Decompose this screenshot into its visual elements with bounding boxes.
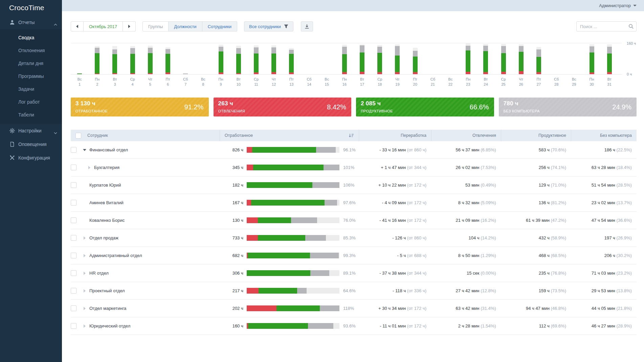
productive-percent: (81.2%) [551,200,566,205]
overtime-value: - 33 ч 16 мин [379,147,406,152]
sidebar-section-settings[interactable]: Настройки [0,124,62,137]
row-name[interactable]: Коваленко Борис [89,218,125,223]
table-row: Отдел продаж 733 ч 85.3% - 126 ч (от 860… [71,229,637,247]
row-name[interactable]: Курпатов Юрий [89,183,121,188]
no-computer-percent: (21.8%) [616,306,632,311]
sidebar-item-day-details[interactable]: Детали дня [0,57,62,70]
app-logo: CrocoTime [0,0,62,16]
no-computer-percent: (30.2%) [616,253,632,258]
chart-day-29: Вс29 [565,43,583,86]
arrow-right-icon [128,25,130,28]
expand-arrow-icon[interactable] [84,307,86,310]
topbar: Администратор [62,0,644,11]
download-button[interactable] [301,21,313,31]
row-name[interactable]: Юридический отдел [89,323,130,328]
sidebar-item-deviations[interactable]: Отклонения [0,44,62,57]
tab-employees[interactable]: Сотрудники [202,21,237,31]
productive-value: 112 ч [539,323,550,328]
distractions-percent: (5.09%) [481,200,496,205]
sidebar-section-reports[interactable]: Отчеты [0,16,62,29]
row-checkbox[interactable] [71,200,76,206]
sort-icon[interactable] [349,133,354,138]
sidebar-item-work-log[interactable]: Лог работ [0,95,62,108]
row-checkbox[interactable] [71,235,76,241]
overtime-norm: (от 172 ч) [407,183,426,188]
worked-hours: 182 ч [220,183,243,188]
row-checkbox[interactable] [71,147,76,153]
user-menu[interactable]: Администратор [599,3,637,8]
expand-arrow-icon[interactable] [88,166,90,169]
sidebar-item-tasks[interactable]: Задачи [0,83,62,95]
chart-day-1: Вс1 [71,43,88,86]
row-name[interactable]: Отдел маркетинга [89,306,126,311]
row-name[interactable]: Административный отдел [89,253,142,258]
period-label[interactable]: Октябрь 2017 [84,21,123,31]
productive-value: 256 ч [539,165,550,170]
no-computer-value: 51 ч 54 мин [592,183,615,188]
sidebar-item-alerts[interactable]: Оповещения [0,137,62,151]
row-name[interactable]: HR отдел [89,271,109,276]
expand-arrow-icon[interactable] [84,236,86,240]
row-checkbox[interactable] [71,182,76,188]
no-computer-percent: (28.9%) [616,323,632,328]
worked-hours: 130 ч [220,218,243,223]
row-checkbox[interactable] [71,217,76,223]
tab-groups[interactable]: Группы [142,21,169,31]
productive-percent: (74.1%) [551,165,566,170]
chart-day-21: Сб21 [424,43,442,86]
chart-day-10: Вт10 [230,43,247,86]
chart-day-6: Пт6 [159,43,177,86]
gear-icon [9,128,15,133]
worked-hours: 160 ч [220,323,243,328]
worked-percent: 106% [343,183,359,188]
productive-percent: (71.0%) [551,183,566,188]
worked-progress-bar [247,235,339,241]
row-checkbox[interactable] [71,253,76,258]
distractions-percent: (31.4%) [481,306,496,311]
row-name[interactable]: Бухгалтерия [94,165,119,170]
table-row: Юридический отдел 160 ч 93.6% - 11 ч 01 … [71,317,637,335]
search-box [576,21,637,31]
sidebar-item-programs[interactable]: Программы [0,70,62,83]
worked-percent: 76.0% [343,218,359,223]
row-name[interactable]: Проектный отдел [89,288,125,293]
select-all-checkbox[interactable] [75,133,81,139]
sidebar-item-timesheets[interactable]: Табели [0,108,62,121]
collapse-arrow-icon[interactable] [83,149,86,151]
kpi-percent: 24.9% [612,103,631,111]
row-name[interactable]: Аминев Виталий [89,200,124,205]
no-computer-value: 47 ч 54 мин [592,218,615,223]
row-name[interactable]: Финансовый отдел [89,147,128,152]
chart-day-27: Пт27 [530,43,548,86]
tab-positions[interactable]: Должности [169,21,202,31]
row-checkbox[interactable] [71,165,76,170]
sidebar-section-label: Настройки [18,128,54,133]
overtime-value: - 11 ч 01 мин [380,323,406,328]
expand-arrow-icon[interactable] [84,254,86,257]
sidebar-item-config[interactable]: Конфигурация [0,151,62,165]
overtime-value: + 30 ч 34 мин [378,306,406,311]
arrow-left-icon [76,25,78,28]
row-checkbox[interactable] [71,323,76,329]
search-input[interactable] [576,21,637,31]
row-checkbox[interactable] [71,305,76,311]
search-icon[interactable] [628,24,634,29]
table-row: Коваленко Борис 130 ч 76.0% - 41 ч 16 ми… [71,212,637,229]
kpi-card-worked: 3 130 ч ОТРАБОТАННОЕ 91.2% [71,98,209,116]
next-month-button[interactable] [123,21,136,31]
sidebar-item-summary[interactable]: Сводка [0,31,62,44]
expand-arrow-icon[interactable] [84,324,86,328]
row-checkbox[interactable] [71,288,76,294]
expand-arrow-icon[interactable] [84,272,86,275]
productive-value: 583 ч [539,147,550,152]
expand-arrow-icon[interactable] [84,289,86,293]
worked-progress-bar [247,200,339,206]
prev-month-button[interactable] [71,21,84,31]
distractions-percent: (0.49%) [481,183,496,188]
worked-progress-bar [247,217,339,223]
overtime-value: - 126 ч [392,235,406,240]
header-distractions: Отвлечения [431,130,501,141]
row-checkbox[interactable] [71,270,76,276]
row-name[interactable]: Отдел продаж [89,235,118,240]
employees-filter-button[interactable]: Все сотрудники [244,21,293,31]
